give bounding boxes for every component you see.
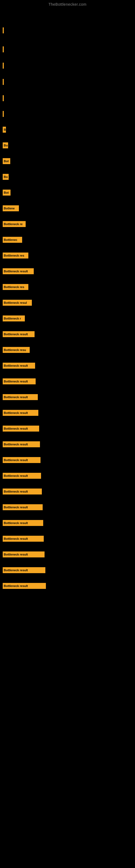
bar-row: Bottleneck result bbox=[3, 488, 135, 495]
bar-label: Bo bbox=[4, 175, 8, 179]
bar-label: Bot bbox=[4, 159, 9, 163]
bar-row: Bottleneck result bbox=[3, 425, 135, 432]
bar-row bbox=[3, 110, 135, 118]
bar-row: Botlene bbox=[3, 205, 135, 212]
bar-fill bbox=[3, 111, 4, 117]
bar-fill: Bottleneck result bbox=[3, 394, 38, 400]
bar-label: Bottleneck result bbox=[4, 427, 28, 430]
bar-fill: Bo bbox=[3, 174, 9, 180]
bar-fill: Bottleneck result bbox=[3, 567, 45, 573]
bar-label: Bot bbox=[4, 191, 9, 194]
bar-fill: Bottleneck result bbox=[3, 504, 43, 510]
bar-row: Bottlenec bbox=[3, 236, 135, 244]
site-title: TheBottlenecker.com bbox=[0, 0, 135, 8]
bar-label: Bottleneck result bbox=[4, 380, 28, 383]
bar-row: Bottleneck result bbox=[3, 440, 135, 448]
bar-row bbox=[3, 27, 135, 34]
bar-fill: Botlene bbox=[3, 205, 19, 211]
bar-row bbox=[3, 45, 135, 53]
bar-row: Bottleneck result bbox=[3, 582, 135, 590]
bar-row: Bottleneck result bbox=[3, 378, 135, 385]
bar-label: Bottleneck result bbox=[4, 458, 28, 462]
bar-label: Bottleneck result bbox=[4, 537, 28, 540]
bar-fill bbox=[3, 46, 4, 52]
page-container: TheBottlenecker.com BBoBotBoBotBotleneBo… bbox=[0, 0, 135, 868]
bar-fill: Bottleneck result bbox=[3, 410, 38, 416]
bar-fill: Bottleneck result bbox=[3, 473, 41, 479]
bar-row: Bottleneck result bbox=[3, 456, 135, 464]
bar-row: Bottleneck result bbox=[3, 330, 135, 338]
bar-row: Bottleneck result bbox=[3, 566, 135, 574]
bar-row: Bottleneck result bbox=[3, 393, 135, 401]
bar-label: Bottleneck result bbox=[4, 568, 28, 572]
bar-fill bbox=[3, 95, 4, 101]
bar-row: Bottleneck r bbox=[3, 315, 135, 322]
bar-row: Bo bbox=[3, 142, 135, 149]
bar-row: Bottleneck resul bbox=[3, 299, 135, 307]
bar-row: Bottleneck result bbox=[3, 472, 135, 479]
bar-label: Bottleneck result bbox=[4, 474, 28, 477]
bar-fill: Bottleneck res bbox=[3, 284, 28, 290]
bar-label: Bottleneck result bbox=[4, 411, 28, 414]
bar-fill: Bottleneck result bbox=[3, 268, 34, 274]
bar-fill: Bottleneck result bbox=[3, 489, 42, 495]
bar-label: Bottleneck result bbox=[4, 584, 28, 588]
bar-fill: Bottleneck r bbox=[3, 315, 25, 321]
bar-row bbox=[3, 62, 135, 69]
bar-row: Bottleneck result bbox=[3, 519, 135, 527]
bar-fill bbox=[3, 63, 4, 69]
bar-fill: Bottleneck res bbox=[3, 252, 28, 258]
bar-fill: Bottleneck result bbox=[3, 378, 36, 384]
bars-section: BBoBotBoBotBotleneBottleneck reBottlenec… bbox=[0, 8, 135, 590]
bar-fill: Bottleneck result bbox=[3, 363, 35, 369]
bar-label: Botlene bbox=[4, 207, 14, 210]
bar-label: Bottlenec bbox=[4, 238, 17, 241]
bar-fill: Bottleneck resu bbox=[3, 347, 30, 353]
bar-label: Bottleneck result bbox=[4, 364, 28, 367]
bar-label: Bottleneck result bbox=[4, 270, 28, 273]
bar-fill: Bottleneck result bbox=[3, 583, 46, 589]
bar-row bbox=[3, 94, 135, 102]
bar-label: Bottleneck r bbox=[4, 317, 21, 320]
bar-row: Bot bbox=[3, 189, 135, 196]
bar-row: Bottleneck result bbox=[3, 268, 135, 275]
bar-fill: Bottleneck result bbox=[3, 552, 45, 557]
bar-row: Bottleneck result bbox=[3, 551, 135, 558]
bar-label: Bottleneck resul bbox=[4, 301, 27, 304]
bar-label: Bottleneck result bbox=[4, 333, 28, 336]
bar-fill: Bottleneck result bbox=[3, 520, 43, 526]
bar-label: Bottleneck result bbox=[4, 443, 28, 446]
bar-label: Bo bbox=[4, 144, 8, 147]
bar-label: B bbox=[4, 128, 6, 131]
bar-row: Bottleneck re bbox=[3, 220, 135, 228]
bar-row: Bottleneck result bbox=[3, 503, 135, 511]
bar-row: Bottleneck res bbox=[3, 252, 135, 259]
bar-label: Bottleneck resu bbox=[4, 348, 26, 351]
bar-fill bbox=[3, 27, 4, 33]
bar-fill: Bottleneck result bbox=[3, 426, 39, 432]
bar-row: Bottleneck resu bbox=[3, 346, 135, 354]
bar-fill: Bottleneck result bbox=[3, 536, 44, 542]
bar-fill: Bottleneck result bbox=[3, 457, 41, 463]
bar-fill: B bbox=[3, 127, 6, 133]
bar-row: Bottleneck result bbox=[3, 362, 135, 369]
bar-row bbox=[3, 78, 135, 86]
bar-row: B bbox=[3, 126, 135, 133]
bar-row: Bo bbox=[3, 173, 135, 181]
bar-label: Bottleneck result bbox=[4, 490, 28, 493]
bar-label: Bottleneck result bbox=[4, 506, 28, 509]
bar-fill bbox=[3, 79, 4, 85]
bar-row: Bottleneck result bbox=[3, 535, 135, 542]
bar-fill: Bottleneck re bbox=[3, 221, 26, 227]
bar-row: Bottleneck res bbox=[3, 283, 135, 291]
bar-label: Bottleneck result bbox=[4, 521, 28, 525]
bar-fill: Bottlenec bbox=[3, 237, 22, 243]
bar-label: Bottleneck res bbox=[4, 285, 24, 289]
bar-label: Bottleneck result bbox=[4, 553, 28, 556]
bar-fill: Bo bbox=[3, 143, 8, 148]
bar-row: Bot bbox=[3, 157, 135, 165]
bar-fill: Bot bbox=[3, 190, 10, 195]
bar-label: Bottleneck result bbox=[4, 396, 28, 399]
bar-label: Bottleneck re bbox=[4, 222, 23, 226]
bar-fill: Bot bbox=[3, 158, 10, 164]
